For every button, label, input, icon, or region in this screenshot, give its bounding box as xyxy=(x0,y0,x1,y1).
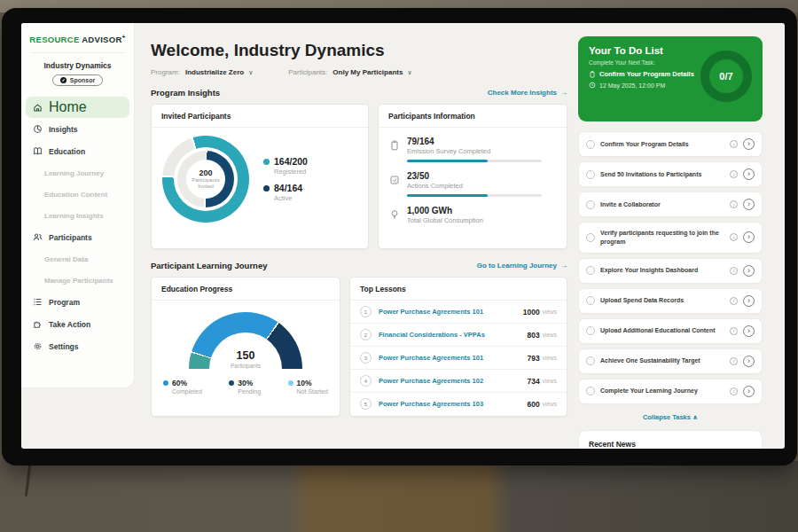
clock-icon xyxy=(589,82,596,89)
sidebar-item-settings[interactable]: Settings xyxy=(21,335,134,357)
checkbox-circle-icon[interactable] xyxy=(586,296,595,305)
legend-dot-icon xyxy=(288,380,293,386)
lesson-views-suffix: views xyxy=(543,332,557,338)
todo-item-complete-your-learning-journey[interactable]: Complete Your Learning Journeyi› xyxy=(578,379,763,404)
checkbox-circle-icon[interactable] xyxy=(586,200,595,209)
main-content: Welcome, Industry Dynamics Program: Indu… xyxy=(151,23,567,417)
sidebar-item-label: Learning Journey xyxy=(44,169,104,177)
info-icon[interactable]: i xyxy=(730,327,738,335)
sidebar-item-take-action[interactable]: Take Action xyxy=(21,313,134,335)
chevron-right-icon[interactable]: › xyxy=(743,231,755,243)
chevron-right-icon[interactable]: › xyxy=(743,356,755,367)
chevron-right-icon[interactable]: › xyxy=(743,168,755,180)
lesson-link[interactable]: Power Purchase Agreements 102 xyxy=(379,377,528,385)
participants-info-rows: 79/164Emission Survey Completed23/50Acti… xyxy=(379,128,567,224)
todo-item-achieve-one-sustainability-target[interactable]: Achieve One Sustainability Targeti› xyxy=(578,348,763,374)
chevron-right-icon[interactable]: › xyxy=(743,265,755,277)
chevron-right-icon[interactable]: › xyxy=(743,325,755,337)
sponsor-badge: Sponsor xyxy=(52,74,103,86)
lesson-views: 600 xyxy=(528,400,540,409)
info-icon[interactable]: i xyxy=(730,267,738,275)
legend-item: 164/200Registered xyxy=(263,156,308,176)
progress-bar-fill xyxy=(407,160,488,162)
logo-secondary: ADVISOR+ xyxy=(82,35,126,44)
education-progress-card: Education Progress 150 Participants 60%C… xyxy=(151,277,340,417)
chevron-right-icon[interactable]: › xyxy=(743,199,755,210)
todo-item-explore-your-insights-dashboard[interactable]: Explore Your Insights Dashboardi› xyxy=(578,258,763,284)
sidebar-item-insights[interactable]: Insights xyxy=(21,118,134,140)
checkbox-circle-icon[interactable] xyxy=(586,140,595,149)
lesson-link[interactable]: Power Purchase Agreements 101 xyxy=(379,308,523,316)
sidebar-item-general-data[interactable]: General Data xyxy=(21,248,134,270)
todo-item-upload-spend-data-records[interactable]: Upload Spend Data Recordsi› xyxy=(578,288,763,314)
link-label: Check More Insights xyxy=(488,89,557,97)
checkbox-circle-icon[interactable] xyxy=(586,326,595,335)
sidebar-item-label: Settings xyxy=(49,342,79,351)
checkbox-circle-icon[interactable] xyxy=(586,266,595,275)
education-card-title: Education Progress xyxy=(152,278,340,301)
donut-center-value: 200 xyxy=(199,168,212,177)
check-more-insights-link[interactable]: Check More Insights → xyxy=(488,89,567,97)
sidebar-item-education-content[interactable]: Education Content xyxy=(21,184,134,205)
lesson-views: 803 xyxy=(528,331,540,340)
info-icon[interactable]: i xyxy=(730,357,738,365)
checkbox-circle-icon[interactable] xyxy=(586,387,595,395)
info-icon[interactable]: i xyxy=(730,233,738,241)
metric-row: 1,000 GWhTotal Global Consumption xyxy=(379,197,567,224)
info-icon[interactable]: i xyxy=(730,387,738,395)
metric-row: 79/164Emission Survey Completed xyxy=(379,128,567,162)
todo-item-send-50-invitations-to-participants[interactable]: Send 50 Invitations to Participantsi› xyxy=(578,161,763,187)
invited-donut-chart: 200 Participants Invited xyxy=(162,136,249,223)
program-filter-label: Program: xyxy=(151,68,180,76)
home-icon xyxy=(33,103,43,113)
todo-item-confirm-your-program-details[interactable]: Confirm Your Program Detailsi› xyxy=(578,131,763,157)
legend-item: 84/164Active xyxy=(263,183,308,202)
todo-item-label: Complete Your Learning Journey xyxy=(600,387,724,395)
chevron-right-icon[interactable]: › xyxy=(743,386,755,397)
sidebar-item-program[interactable]: Program xyxy=(21,291,134,313)
program-filter[interactable]: Program: Industrialize Zero ∨ xyxy=(151,68,253,76)
sidebar-item-label: Program xyxy=(49,298,80,307)
logo-plus: + xyxy=(122,34,126,40)
checkbox-circle-icon[interactable] xyxy=(586,233,595,242)
gauge-center-label: Participants xyxy=(189,363,302,369)
todo-item-verify-participants-requesting-to-join-the-program[interactable]: Verify participants requesting to join t… xyxy=(578,222,763,254)
legend-item: 10%Not Started xyxy=(288,379,328,395)
recent-news-title: Recent News xyxy=(589,440,752,449)
todo-item-invite-a-collaborator[interactable]: Invite a Collaboratori› xyxy=(578,192,763,217)
lesson-views-suffix: views xyxy=(543,309,557,315)
education-gauge-chart: 150 Participants xyxy=(189,312,302,369)
metric-label: Total Global Consumption xyxy=(407,216,483,224)
info-icon[interactable]: i xyxy=(730,200,738,208)
sidebar-nav: HomeInsightsEducationLearning JourneyEdu… xyxy=(21,97,134,357)
progress-bar xyxy=(407,194,542,197)
todo-item-upload-additional-educational-content[interactable]: Upload Additional Educational Contenti› xyxy=(578,318,763,344)
go-to-learning-journey-link[interactable]: Go to Learning Journey → xyxy=(477,262,567,270)
todo-item-label: Verify participants requesting to join t… xyxy=(600,229,724,246)
lesson-link[interactable]: Financial Considerations - VPPAs xyxy=(379,331,528,339)
invited-card-title: Invited Participants xyxy=(152,105,368,128)
sidebar-item-manage-participants[interactable]: Manage Participants xyxy=(21,270,134,291)
todo-item-label: Upload Spend Data Records xyxy=(600,296,724,305)
info-icon[interactable]: i xyxy=(730,297,738,305)
legend-value: 60% xyxy=(172,379,187,387)
sidebar-item-participants[interactable]: Participants xyxy=(21,226,134,248)
participants-filter[interactable]: Participants: Only My Participants ∨ xyxy=(288,68,411,76)
sidebar-item-learning-journey[interactable]: Learning Journey xyxy=(21,162,134,184)
sidebar-item-home[interactable]: Home xyxy=(26,97,129,118)
sidebar-item-learning-insights[interactable]: Learning Insights xyxy=(21,205,134,226)
collapse-tasks-link[interactable]: Collapse Tasks ∧ xyxy=(578,413,763,421)
lesson-views-suffix: views xyxy=(543,378,557,384)
lesson-views: 793 xyxy=(528,354,540,363)
lesson-link[interactable]: Power Purchase Agreements 101 xyxy=(379,354,528,362)
lesson-link[interactable]: Power Purchase Agreements 103 xyxy=(379,400,528,408)
chevron-right-icon[interactable]: › xyxy=(743,138,755,150)
info-icon[interactable]: i xyxy=(730,140,738,148)
checkbox-circle-icon[interactable] xyxy=(586,170,595,179)
link-label: Go to Learning Journey xyxy=(477,262,557,270)
progress-bar xyxy=(407,160,542,162)
sidebar-item-education[interactable]: Education xyxy=(21,140,134,162)
chevron-right-icon[interactable]: › xyxy=(743,295,755,307)
info-icon[interactable]: i xyxy=(730,170,738,178)
checkbox-circle-icon[interactable] xyxy=(586,356,595,365)
